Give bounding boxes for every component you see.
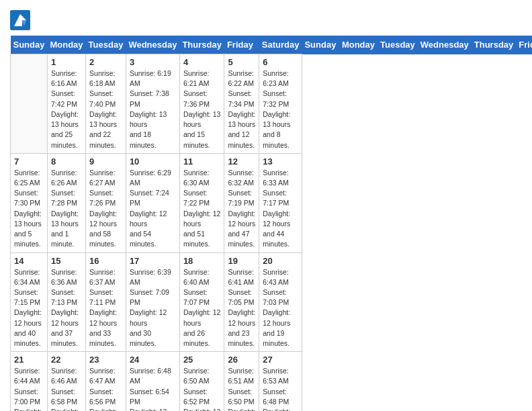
day-info: Sunrise: 6:46 AM Sunset: 6:58 PM Dayligh… bbox=[51, 366, 82, 411]
calendar-cell: 12Sunrise: 6:32 AM Sunset: 7:19 PM Dayli… bbox=[224, 153, 259, 253]
day-info: Sunrise: 6:29 AM Sunset: 7:24 PM Dayligh… bbox=[130, 168, 176, 250]
day-info: Sunrise: 6:18 AM Sunset: 7:40 PM Dayligh… bbox=[89, 68, 122, 150]
weekday-header: Sunday bbox=[302, 36, 339, 54]
day-number: 3 bbox=[130, 57, 176, 67]
day-number: 13 bbox=[263, 156, 298, 167]
day-number: 17 bbox=[130, 256, 176, 266]
day-number: 18 bbox=[183, 256, 221, 266]
day-number: 19 bbox=[228, 256, 255, 266]
day-info: Sunrise: 6:23 AM Sunset: 7:32 PM Dayligh… bbox=[263, 68, 298, 150]
day-info: Sunrise: 6:16 AM Sunset: 7:42 PM Dayligh… bbox=[51, 68, 82, 150]
day-info: Sunrise: 6:19 AM Sunset: 7:38 PM Dayligh… bbox=[130, 68, 176, 150]
day-info: Sunrise: 6:27 AM Sunset: 7:26 PM Dayligh… bbox=[89, 168, 122, 250]
calendar-day-header: Saturday bbox=[259, 36, 302, 54]
calendar-cell: 11Sunrise: 6:30 AM Sunset: 7:22 PM Dayli… bbox=[179, 153, 224, 253]
day-info: Sunrise: 6:33 AM Sunset: 7:17 PM Dayligh… bbox=[263, 168, 298, 250]
day-info: Sunrise: 6:43 AM Sunset: 7:03 PM Dayligh… bbox=[263, 267, 298, 349]
calendar-cell: 9Sunrise: 6:27 AM Sunset: 7:26 PM Daylig… bbox=[86, 153, 126, 253]
day-number: 12 bbox=[228, 156, 255, 167]
day-number: 7 bbox=[14, 156, 44, 167]
calendar-week-row: 21Sunrise: 6:44 AM Sunset: 7:00 PM Dayli… bbox=[11, 352, 533, 411]
calendar-cell: 27Sunrise: 6:53 AM Sunset: 6:48 PM Dayli… bbox=[259, 352, 302, 411]
calendar-cell: 20Sunrise: 6:43 AM Sunset: 7:03 PM Dayli… bbox=[259, 253, 302, 352]
logo-icon bbox=[10, 10, 30, 30]
calendar-day-header: Monday bbox=[47, 36, 85, 54]
calendar-cell bbox=[11, 54, 48, 154]
calendar-cell: 18Sunrise: 6:40 AM Sunset: 7:07 PM Dayli… bbox=[179, 253, 224, 352]
weekday-header: Thursday bbox=[472, 36, 517, 54]
day-info: Sunrise: 6:21 AM Sunset: 7:36 PM Dayligh… bbox=[183, 68, 221, 150]
day-number: 10 bbox=[130, 156, 176, 167]
day-number: 15 bbox=[51, 256, 82, 266]
day-number: 6 bbox=[263, 57, 298, 67]
day-info: Sunrise: 6:50 AM Sunset: 6:52 PM Dayligh… bbox=[183, 366, 221, 411]
day-number: 16 bbox=[89, 256, 122, 266]
day-number: 8 bbox=[51, 156, 82, 167]
weekday-header: Tuesday bbox=[378, 36, 418, 54]
calendar-day-header: Wednesday bbox=[126, 36, 179, 54]
calendar-header-row: SundayMondayTuesdayWednesdayThursdayFrid… bbox=[11, 36, 533, 54]
calendar-cell: 26Sunrise: 6:51 AM Sunset: 6:50 PM Dayli… bbox=[224, 352, 259, 411]
calendar-cell: 1Sunrise: 6:16 AM Sunset: 7:42 PM Daylig… bbox=[47, 54, 85, 154]
calendar-cell: 13Sunrise: 6:33 AM Sunset: 7:17 PM Dayli… bbox=[259, 153, 302, 253]
weekday-header: Monday bbox=[339, 36, 378, 54]
day-info: Sunrise: 6:25 AM Sunset: 7:30 PM Dayligh… bbox=[14, 168, 44, 250]
calendar-cell: 19Sunrise: 6:41 AM Sunset: 7:05 PM Dayli… bbox=[224, 253, 259, 352]
day-number: 23 bbox=[89, 355, 122, 365]
calendar-cell: 3Sunrise: 6:19 AM Sunset: 7:38 PM Daylig… bbox=[126, 54, 179, 154]
calendar-day-header: Tuesday bbox=[86, 36, 126, 54]
day-info: Sunrise: 6:53 AM Sunset: 6:48 PM Dayligh… bbox=[263, 366, 298, 411]
calendar-cell: 2Sunrise: 6:18 AM Sunset: 7:40 PM Daylig… bbox=[86, 54, 126, 154]
calendar-week-row: 1Sunrise: 6:16 AM Sunset: 7:42 PM Daylig… bbox=[11, 54, 533, 154]
day-info: Sunrise: 6:40 AM Sunset: 7:07 PM Dayligh… bbox=[183, 267, 221, 349]
day-info: Sunrise: 6:36 AM Sunset: 7:13 PM Dayligh… bbox=[51, 267, 82, 349]
calendar-cell: 24Sunrise: 6:48 AM Sunset: 6:54 PM Dayli… bbox=[126, 352, 179, 411]
day-info: Sunrise: 6:26 AM Sunset: 7:28 PM Dayligh… bbox=[51, 168, 82, 250]
calendar-week-row: 7Sunrise: 6:25 AM Sunset: 7:30 PM Daylig… bbox=[11, 153, 533, 253]
calendar-cell: 8Sunrise: 6:26 AM Sunset: 7:28 PM Daylig… bbox=[47, 153, 85, 253]
day-number: 1 bbox=[51, 57, 82, 67]
page-header bbox=[10, 7, 522, 30]
day-number: 2 bbox=[89, 57, 122, 67]
calendar-table: SundayMondayTuesdayWednesdayThursdayFrid… bbox=[10, 36, 532, 411]
day-number: 14 bbox=[14, 256, 44, 266]
day-info: Sunrise: 6:47 AM Sunset: 6:56 PM Dayligh… bbox=[89, 366, 122, 411]
calendar-cell: 5Sunrise: 6:22 AM Sunset: 7:34 PM Daylig… bbox=[224, 54, 259, 154]
day-info: Sunrise: 6:37 AM Sunset: 7:11 PM Dayligh… bbox=[89, 267, 122, 349]
calendar-cell: 10Sunrise: 6:29 AM Sunset: 7:24 PM Dayli… bbox=[126, 153, 179, 253]
calendar-week-row: 14Sunrise: 6:34 AM Sunset: 7:15 PM Dayli… bbox=[11, 253, 533, 352]
calendar-cell: 14Sunrise: 6:34 AM Sunset: 7:15 PM Dayli… bbox=[11, 253, 48, 352]
day-number: 11 bbox=[183, 156, 221, 167]
day-number: 26 bbox=[228, 355, 255, 365]
calendar-cell: 6Sunrise: 6:23 AM Sunset: 7:32 PM Daylig… bbox=[259, 54, 302, 154]
calendar-day-header: Thursday bbox=[179, 36, 224, 54]
weekday-header: Wednesday bbox=[418, 36, 472, 54]
calendar-cell: 15Sunrise: 6:36 AM Sunset: 7:13 PM Dayli… bbox=[47, 253, 85, 352]
day-info: Sunrise: 6:22 AM Sunset: 7:34 PM Dayligh… bbox=[228, 68, 255, 150]
day-number: 5 bbox=[228, 57, 255, 67]
calendar-cell: 21Sunrise: 6:44 AM Sunset: 7:00 PM Dayli… bbox=[11, 352, 48, 411]
day-number: 27 bbox=[263, 355, 298, 365]
day-info: Sunrise: 6:39 AM Sunset: 7:09 PM Dayligh… bbox=[130, 267, 176, 349]
calendar-cell: 23Sunrise: 6:47 AM Sunset: 6:56 PM Dayli… bbox=[86, 352, 126, 411]
calendar-cell: 4Sunrise: 6:21 AM Sunset: 7:36 PM Daylig… bbox=[179, 54, 224, 154]
day-number: 4 bbox=[183, 57, 221, 67]
calendar-cell: 25Sunrise: 6:50 AM Sunset: 6:52 PM Dayli… bbox=[179, 352, 224, 411]
calendar-cell: 17Sunrise: 6:39 AM Sunset: 7:09 PM Dayli… bbox=[126, 253, 179, 352]
logo bbox=[10, 10, 32, 30]
calendar-cell: 22Sunrise: 6:46 AM Sunset: 6:58 PM Dayli… bbox=[47, 352, 85, 411]
day-number: 9 bbox=[89, 156, 122, 167]
calendar-day-header: Friday bbox=[224, 36, 259, 54]
calendar-day-header: Sunday bbox=[11, 36, 48, 54]
day-info: Sunrise: 6:44 AM Sunset: 7:00 PM Dayligh… bbox=[14, 366, 44, 411]
day-info: Sunrise: 6:32 AM Sunset: 7:19 PM Dayligh… bbox=[228, 168, 255, 250]
day-info: Sunrise: 6:30 AM Sunset: 7:22 PM Dayligh… bbox=[183, 168, 221, 250]
day-info: Sunrise: 6:41 AM Sunset: 7:05 PM Dayligh… bbox=[228, 267, 255, 349]
day-info: Sunrise: 6:34 AM Sunset: 7:15 PM Dayligh… bbox=[14, 267, 44, 349]
day-info: Sunrise: 6:48 AM Sunset: 6:54 PM Dayligh… bbox=[130, 366, 176, 411]
day-number: 20 bbox=[263, 256, 298, 266]
day-number: 25 bbox=[183, 355, 221, 365]
day-number: 21 bbox=[14, 355, 44, 365]
weekday-header: Friday bbox=[516, 36, 532, 54]
day-number: 22 bbox=[51, 355, 82, 365]
